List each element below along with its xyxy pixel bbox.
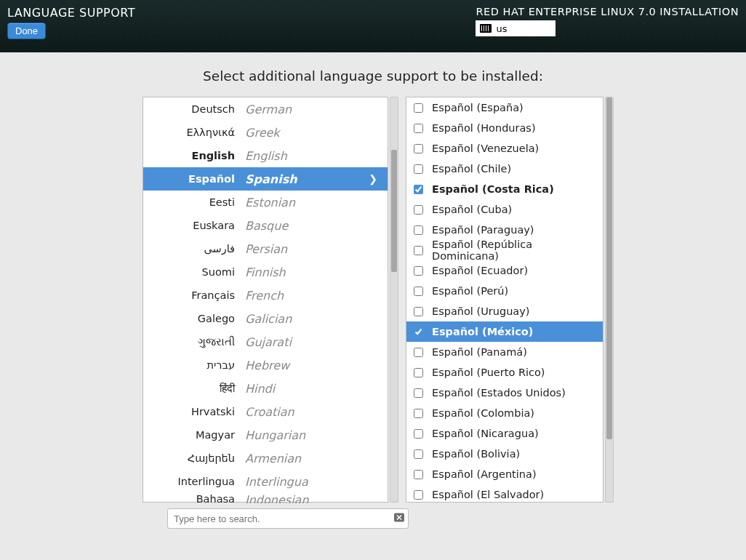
language-list[interactable]: DeutschGerman❯ΕλληνικάGreek❯EnglishEngli… (143, 97, 388, 503)
locale-panel-wrap: Español (España)Español (Honduras)Españo… (406, 97, 603, 503)
locale-label: Español (Colombia) (432, 407, 534, 419)
locale-scrollbar-thumb[interactable] (606, 97, 612, 439)
locale-checkbox[interactable] (414, 103, 423, 113)
language-native-label: Suomi (143, 266, 245, 278)
locale-label: Español (Estados Unidos) (432, 387, 566, 399)
language-native-label: Galego (143, 313, 245, 324)
locale-label: Español (Puerto Rico) (432, 367, 545, 378)
language-english-label: Indonesian (245, 493, 380, 503)
locale-checkbox[interactable] (414, 327, 423, 337)
language-row[interactable]: فارسیPersian❯ (143, 237, 388, 260)
locale-row[interactable]: Español (Chile) (406, 159, 603, 179)
locale-checkbox[interactable] (414, 124, 423, 133)
language-row[interactable]: ગુજરાતીGujarati❯ (143, 330, 388, 353)
language-row[interactable]: EestiEstonian❯ (143, 191, 388, 214)
language-row[interactable]: DeutschGerman❯ (143, 97, 388, 121)
locale-checkbox[interactable] (414, 470, 423, 479)
prompt-text: Select additional language support to be… (17, 68, 729, 84)
language-row[interactable]: EspañolSpanish❯ (143, 167, 388, 191)
language-row[interactable]: SuomiFinnish❯ (143, 260, 388, 284)
panels: DeutschGerman❯ΕλληνικάGreek❯EnglishEngli… (17, 97, 729, 503)
language-row[interactable]: GalegoGalician❯ (143, 307, 388, 330)
language-english-label: Hungarian (245, 428, 380, 442)
locale-checkbox[interactable] (414, 266, 423, 276)
locale-row[interactable]: Español (Nicaragua) (406, 423, 603, 444)
header-bar: LANGUAGE SUPPORT Done RED HAT ENTERPRISE… (0, 0, 746, 52)
language-scrollbar-thumb[interactable] (391, 150, 397, 272)
locale-row[interactable]: Español (Cuba) (406, 199, 603, 220)
language-native-label: Հայերեն (143, 452, 245, 464)
locale-row[interactable]: Español (México) (406, 321, 603, 342)
locale-label: Español (República Dominicana) (432, 239, 598, 262)
locale-checkbox[interactable] (414, 287, 423, 296)
language-row[interactable]: עבריתHebrew❯ (143, 353, 388, 377)
language-native-label: Magyar (143, 429, 245, 441)
locale-row[interactable]: Español (España) (406, 97, 603, 118)
locale-checkbox[interactable] (414, 205, 423, 215)
clear-search-icon[interactable] (394, 513, 404, 525)
locale-checkbox[interactable] (414, 490, 423, 500)
locale-label: Español (Bolivia) (432, 448, 520, 460)
content-area: Select additional language support to be… (0, 52, 746, 560)
locale-row[interactable]: Español (Panamá) (406, 342, 603, 362)
language-row[interactable]: ΕλληνικάGreek❯ (143, 121, 388, 144)
locale-list[interactable]: Español (España)Español (Honduras)Españo… (406, 97, 603, 503)
language-row[interactable]: हिंदीHindi❯ (143, 377, 388, 400)
language-row[interactable]: EnglishEnglish❯ (143, 144, 388, 167)
locale-row[interactable]: Español (República Dominicana) (406, 240, 603, 260)
language-row[interactable]: EuskaraBasque❯ (143, 214, 388, 237)
locale-checkbox[interactable] (414, 348, 423, 357)
locale-row[interactable]: Español (Argentina) (406, 464, 603, 484)
language-native-label: English (143, 150, 245, 161)
language-panel-wrap: DeutschGerman❯ΕλληνικάGreek❯EnglishEngli… (143, 97, 388, 503)
locale-row[interactable]: Español (Estados Unidos) (406, 383, 603, 403)
locale-row[interactable]: Español (Puerto Rico) (406, 362, 603, 383)
language-scrollbar[interactable] (390, 97, 398, 503)
locale-checkbox[interactable] (414, 409, 423, 418)
locale-row[interactable]: Español (Honduras) (406, 118, 603, 138)
locale-checkbox[interactable] (414, 429, 423, 439)
locale-row[interactable]: Español (Colombia) (406, 403, 603, 423)
search-input[interactable] (167, 508, 409, 529)
locale-row[interactable]: Español (Venezuela) (406, 138, 603, 159)
language-english-label: English (245, 149, 380, 163)
language-row[interactable]: InterlinguaInterlingua❯ (143, 470, 388, 493)
language-native-label: Français (143, 289, 245, 301)
locale-row[interactable]: Español (Bolivia) (406, 444, 603, 464)
language-native-label: हिंदी (143, 383, 245, 395)
locale-checkbox[interactable] (414, 246, 423, 255)
locale-checkbox[interactable] (414, 225, 423, 235)
done-button[interactable]: Done (7, 23, 46, 39)
locale-checkbox[interactable] (414, 388, 423, 398)
locale-row[interactable]: Español (Costa Rica) (406, 179, 603, 199)
language-row[interactable]: HrvatskiCroatian❯ (143, 400, 388, 423)
language-row[interactable]: FrançaisFrench❯ (143, 284, 388, 307)
locale-checkbox[interactable] (414, 144, 423, 153)
locale-label: Español (España) (432, 102, 524, 113)
language-row[interactable]: ՀայերենArmenian❯ (143, 447, 388, 470)
locale-label: Español (México) (432, 326, 533, 337)
language-english-label: Hebrew (245, 359, 380, 372)
locale-row[interactable]: Español (Uruguay) (406, 301, 603, 321)
locale-checkbox[interactable] (414, 449, 423, 459)
locale-checkbox[interactable] (414, 307, 423, 316)
language-english-label: Hindi (245, 382, 380, 396)
locale-checkbox[interactable] (414, 185, 423, 194)
header-right: RED HAT ENTERPRISE LINUX 7.0 INSTALLATIO… (476, 6, 739, 52)
language-english-label: Armenian (245, 452, 380, 465)
language-row[interactable]: MagyarHungarian❯ (143, 423, 388, 447)
locale-scrollbar[interactable] (605, 97, 614, 503)
keyboard-layout-indicator[interactable]: us (476, 20, 556, 36)
locale-row[interactable]: Español (Ecuador) (406, 260, 603, 281)
locale-row[interactable]: Español (Paraguay) (406, 220, 603, 240)
locale-checkbox[interactable] (414, 368, 423, 377)
language-native-label: עברית (143, 359, 245, 371)
locale-row[interactable]: Español (Perú) (406, 281, 603, 301)
locale-row[interactable]: Español (El Salvador) (406, 484, 603, 505)
locale-checkbox[interactable] (414, 164, 423, 174)
language-native-label: Ελληνικά (143, 127, 245, 138)
language-english-label: Persian (245, 242, 380, 256)
locale-label: Español (Uruguay) (432, 305, 529, 317)
language-row[interactable]: Bahasa IndonesiaIndonesian❯ (143, 493, 388, 503)
language-english-label: Basque (245, 219, 380, 233)
